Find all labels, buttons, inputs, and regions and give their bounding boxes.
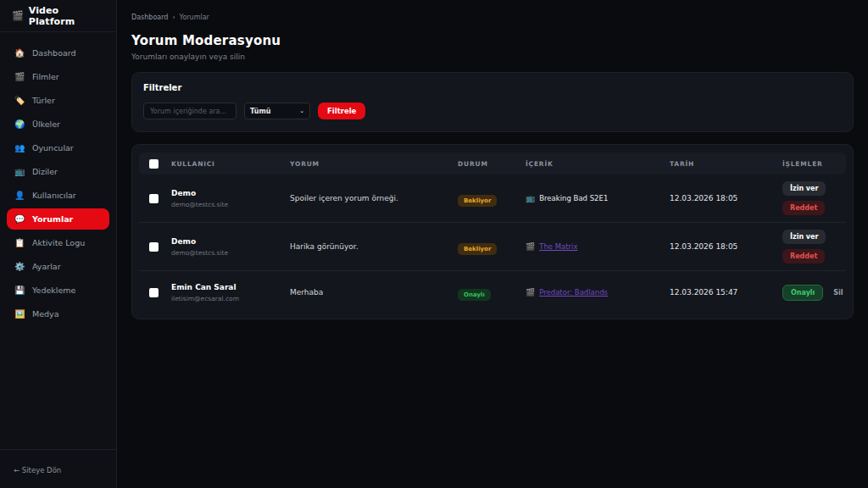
column-header-islemler: İŞLEMLER (779, 160, 846, 168)
column-header-durum: DURUM (454, 160, 522, 168)
sidebar-item-label: Dashboard (32, 48, 76, 58)
status-badge: Onaylı (458, 289, 491, 301)
sidebar-item-label: Ayarlar (32, 262, 61, 271)
status-badge: Bekliyor (458, 243, 497, 255)
app-title: Video Platform (29, 5, 104, 27)
column-header-icerik: İÇERİK (522, 160, 666, 168)
row-checkbox[interactable] (149, 194, 159, 203)
content-link[interactable]: The Matrix (539, 242, 577, 251)
page-subtitle: Yorumları onaylayın veya silin (131, 53, 854, 61)
status-badge: Bekliyor (458, 195, 497, 207)
sidebar-item-label: Diziler (32, 167, 58, 176)
user-email: demo@testcs.site (171, 201, 283, 208)
picture-icon: 🖼️ (14, 309, 25, 319)
filters-title: Filtreler (143, 83, 842, 92)
tag-icon: 🏷️ (14, 96, 25, 105)
sidebar-item-medya[interactable]: 🖼️ Medya (7, 303, 109, 324)
user-icon: 👤 (14, 191, 25, 200)
column-header-yorum: YORUM (287, 160, 454, 168)
sidebar-item-label: Oyuncular (32, 143, 74, 152)
sidebar: 🎬 Video Platform 🏠 Dashboard 🎬 Filmler 🏷… (0, 0, 117, 488)
row-checkbox[interactable] (149, 288, 159, 297)
sidebar-nav: 🏠 Dashboard 🎬 Filmler 🏷️ Türler 🌍 Ülkele… (0, 32, 116, 449)
breadcrumb-dashboard-link[interactable]: Dashboard (131, 14, 168, 21)
reject-button[interactable]: Reddet (782, 249, 825, 263)
table-header-row: KULLANICI YORUM DURUM İÇERİK TARİH İŞLEM… (139, 152, 846, 175)
row-actions: İzin ver Reddet (779, 181, 846, 215)
main-content: Dashboard › Yorumlar Yorum Moderasyonu Y… (117, 0, 868, 488)
table-row: Emin Can Saral iletisim@ecsaral.com Merh… (139, 271, 846, 313)
sidebar-item-label: Aktivite Logu (32, 238, 85, 247)
sidebar-item-oyuncular[interactable]: 👥 Oyuncular (7, 137, 109, 158)
row-actions: Onaylı Sil (779, 285, 846, 301)
home-icon: 🏠 (14, 48, 25, 58)
comments-table-card: KULLANICI YORUM DURUM İÇERİK TARİH İŞLEM… (131, 144, 854, 319)
floppy-disk-icon: 💾 (14, 286, 25, 295)
comment-text: Spoiler içeren yorum örneği. (287, 194, 454, 202)
comment-date: 12.03.2026 18:05 (666, 242, 779, 251)
tv-icon: 📺 (526, 194, 535, 202)
sidebar-item-label: Yedekleme (32, 286, 75, 295)
comment-search-input[interactable] (143, 103, 236, 119)
status-filter-select[interactable]: Tümü ⌄ (244, 103, 310, 119)
allow-button[interactable]: İzin ver (782, 230, 826, 244)
content-link[interactable]: Predator: Badlands (539, 288, 608, 297)
comment-icon: 💬 (14, 214, 25, 224)
content-title: Breaking Bad S2E1 (539, 194, 608, 202)
breadcrumb: Dashboard › Yorumlar (131, 14, 854, 21)
select-all-checkbox[interactable] (149, 159, 159, 169)
comment-text: Merhaba (287, 288, 454, 297)
user-name: Demo (171, 189, 283, 197)
globe-icon: 🌍 (14, 119, 25, 129)
sidebar-item-kullanicilar[interactable]: 👤 Kullanıcılar (7, 185, 109, 206)
back-to-site-link[interactable]: ← Siteye Dön (14, 466, 61, 474)
breadcrumb-current: Yorumlar (180, 14, 209, 21)
sidebar-item-label: Yorumlar (32, 214, 73, 224)
page-title: Yorum Moderasyonu (131, 33, 854, 48)
sidebar-item-diziler[interactable]: 📺 Diziler (7, 161, 109, 182)
app-logo: 🎬 Video Platform (0, 0, 116, 32)
sidebar-item-label: Türler (32, 96, 55, 105)
sidebar-item-yedekleme[interactable]: 💾 Yedekleme (7, 280, 109, 301)
clipboard-icon: 📋 (14, 238, 25, 247)
column-header-kullanici: KULLANICI (168, 160, 287, 168)
user-name: Emin Can Saral (171, 283, 283, 291)
sidebar-item-label: Filmler (32, 72, 59, 81)
clapperboard-icon: 🎬 (526, 288, 535, 297)
comment-date: 12.03.2026 15:47 (666, 288, 779, 297)
delete-button[interactable]: Sil (832, 286, 844, 300)
sidebar-item-ulkeler[interactable]: 🌍 Ülkeler (7, 114, 109, 135)
reject-button[interactable]: Reddet (782, 201, 825, 215)
approved-button[interactable]: Onaylı (782, 285, 823, 301)
table-row: Demo demo@testcs.site Spoiler içeren yor… (139, 175, 846, 223)
sidebar-item-yorumlar[interactable]: 💬 Yorumlar (7, 208, 109, 230)
filters-row: Tümü ⌄ Filtrele (143, 103, 842, 119)
sidebar-item-label: Ülkeler (32, 119, 60, 129)
row-checkbox[interactable] (149, 242, 159, 252)
gear-icon: ⚙️ (14, 262, 25, 271)
chevron-down-icon: ⌄ (299, 108, 304, 114)
sidebar-footer: ← Siteye Dön (0, 449, 116, 488)
comment-text: Harika görünüyor. (287, 242, 454, 251)
filter-submit-button[interactable]: Filtrele (318, 103, 365, 119)
table-row: Demo demo@testcs.site Harika görünüyor. … (139, 223, 846, 271)
filters-card: Filtreler Tümü ⌄ Filtrele (131, 72, 854, 132)
sidebar-item-filmler[interactable]: 🎬 Filmler (7, 66, 109, 87)
breadcrumb-separator: › (172, 14, 175, 21)
column-header-tarih: TARİH (666, 160, 779, 168)
sidebar-item-ayarlar[interactable]: ⚙️ Ayarlar (7, 256, 109, 277)
comment-date: 12.03.2026 18:05 (666, 194, 779, 202)
sidebar-item-aktivite-logu[interactable]: 📋 Aktivite Logu (7, 232, 109, 253)
sidebar-item-dashboard[interactable]: 🏠 Dashboard (7, 42, 109, 64)
sidebar-item-label: Kullanıcılar (32, 191, 76, 200)
sidebar-item-turler[interactable]: 🏷️ Türler (7, 90, 109, 111)
clapperboard-icon: 🎬 (14, 72, 25, 81)
clapperboard-icon: 🎬 (526, 242, 535, 251)
row-actions: İzin ver Reddet (779, 230, 846, 263)
tv-icon: 📺 (14, 167, 25, 176)
user-email: demo@testcs.site (171, 249, 283, 257)
allow-button[interactable]: İzin ver (782, 181, 826, 196)
status-filter-value: Tümü (250, 108, 270, 115)
sidebar-item-label: Medya (32, 309, 59, 319)
people-icon: 👥 (14, 143, 25, 152)
